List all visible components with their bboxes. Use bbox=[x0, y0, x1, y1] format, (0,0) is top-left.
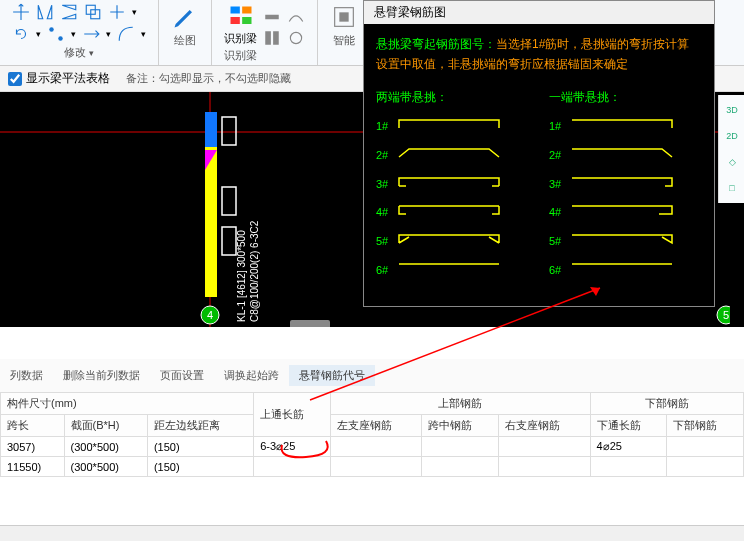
svg-rect-4 bbox=[230, 7, 239, 14]
stretch-icon[interactable] bbox=[82, 25, 100, 43]
svg-rect-19 bbox=[222, 227, 236, 255]
th-section: 截面(B*H) bbox=[64, 415, 147, 437]
th-group-dim: 构件尺寸(mm) bbox=[1, 393, 254, 415]
svg-rect-18 bbox=[222, 187, 236, 215]
rebar-left-4: 4# bbox=[376, 203, 529, 222]
dropdown-icon[interactable]: ▾ bbox=[106, 29, 111, 39]
small-icon-4[interactable] bbox=[287, 29, 305, 47]
move-icon[interactable] bbox=[12, 3, 30, 21]
svg-rect-9 bbox=[265, 31, 271, 45]
small-icon-3[interactable] bbox=[263, 29, 281, 47]
mirror-v-icon[interactable] bbox=[60, 3, 78, 21]
draw-group: 绘图 bbox=[159, 0, 212, 65]
rebar-right-2: 2# bbox=[549, 146, 702, 165]
mirror-h-icon[interactable] bbox=[36, 3, 54, 21]
beam-data-table: 构件尺寸(mm) 上通长筋 上部钢筋 下部钢筋 跨长 截面(B*H) 距左边线距… bbox=[0, 392, 744, 477]
tabs-bar: 列数据 删除当前列数据 页面设置 调换起始跨 悬臂钢筋代号 bbox=[0, 359, 744, 392]
node-4: 4 bbox=[207, 309, 213, 321]
svg-rect-5 bbox=[242, 7, 251, 14]
svg-rect-10 bbox=[273, 31, 279, 45]
modify-group: ▾ ▾ ▾ ▾ ▾ 修改 ▾ bbox=[0, 0, 159, 65]
right-col-title: 一端带悬挑： bbox=[549, 87, 702, 107]
rebar-tooltip-popup: 悬臂梁钢筋图 悬挑梁弯起钢筋图号：当选择1#筋时，悬挑端的弯折按计算 设置中取值… bbox=[363, 0, 715, 307]
right-tool-3d[interactable]: 3D bbox=[721, 99, 743, 121]
checkbox-label: 显示梁平法表格 bbox=[26, 70, 110, 87]
right-tool-3[interactable]: ◇ bbox=[721, 151, 743, 173]
th-left: 左支座钢筋 bbox=[330, 415, 422, 437]
dropdown-icon[interactable]: ▾ bbox=[89, 48, 94, 58]
rebar-left-5: 5# bbox=[376, 232, 529, 251]
dropdown-icon[interactable]: ▾ bbox=[36, 29, 41, 39]
rebar-right-5: 5# bbox=[549, 232, 702, 251]
hint-text: 备注：勾选即显示，不勾选即隐藏 bbox=[126, 71, 291, 86]
th-edge: 距左边线距离 bbox=[147, 415, 253, 437]
svg-point-3 bbox=[58, 36, 63, 41]
rebar-right-6: 6# bbox=[549, 261, 702, 280]
rebar-left-3: 3# bbox=[376, 175, 529, 194]
small-icon-1[interactable] bbox=[263, 8, 281, 26]
svg-rect-17 bbox=[222, 117, 236, 145]
rebar-right-3: 3# bbox=[549, 175, 702, 194]
smart-label: 智能 bbox=[333, 33, 355, 48]
tooltip-line1b: 当选择1#筋时，悬挑端的弯折按计算 bbox=[496, 37, 689, 51]
h-scrollbar[interactable] bbox=[0, 525, 744, 541]
th-span: 跨长 bbox=[1, 415, 65, 437]
beam-label-2: C8@100/200(2) 6-3C2 bbox=[249, 220, 260, 322]
recognize-group: 识别梁 识别梁 bbox=[212, 0, 318, 65]
grip-handle[interactable] bbox=[290, 320, 330, 327]
left-col-title: 两端带悬挑： bbox=[376, 87, 529, 107]
show-table-checkbox[interactable]: 显示梁平法表格 bbox=[8, 70, 110, 87]
th-bot-full: 下通长筋 bbox=[590, 415, 667, 437]
tooltip-line2: 设置中取值，非悬挑端的弯折应根据锚固来确定 bbox=[376, 54, 702, 74]
svg-rect-16 bbox=[205, 112, 217, 147]
svg-rect-7 bbox=[242, 17, 251, 24]
recognize-group-label: 识别梁 bbox=[224, 48, 257, 63]
rebar-right-4: 4# bbox=[549, 203, 702, 222]
tooltip-line1: 悬挑梁弯起钢筋图号： bbox=[376, 37, 496, 51]
svg-point-2 bbox=[49, 27, 54, 32]
right-tool-2d[interactable]: 2D bbox=[721, 125, 743, 147]
rebar-left-6: 6# bbox=[376, 261, 529, 280]
table-row[interactable]: 3057) (300*500) (150) 6-3⌀25 4⌀25 bbox=[1, 437, 744, 457]
tab-rebar-code[interactable]: 悬臂钢筋代号 bbox=[289, 365, 375, 386]
table-row[interactable]: 11550) (300*500) (150) bbox=[1, 457, 744, 477]
pen-icon[interactable] bbox=[171, 3, 199, 31]
th-group-top: 上部钢筋 bbox=[330, 393, 590, 415]
recognize-label: 识别梁 bbox=[224, 31, 257, 46]
right-toolbar: 3D 2D ◇ □ bbox=[718, 95, 744, 203]
offset-icon[interactable] bbox=[84, 3, 102, 21]
svg-rect-8 bbox=[265, 15, 279, 20]
tab-del-col[interactable]: 删除当前列数据 bbox=[53, 365, 150, 386]
rebar-left-2: 2# bbox=[376, 146, 529, 165]
th-top-full: 上通长筋 bbox=[254, 393, 331, 437]
th-group-bot: 下部钢筋 bbox=[590, 393, 743, 415]
rebar-left-1: 1# bbox=[376, 117, 529, 136]
dropdown-icon[interactable]: ▾ bbox=[132, 7, 137, 17]
fillet-icon[interactable] bbox=[117, 25, 135, 43]
right-tool-4[interactable]: □ bbox=[721, 177, 743, 199]
tab-page-setup[interactable]: 页面设置 bbox=[150, 365, 214, 386]
recognize-beam-icon[interactable] bbox=[227, 3, 255, 31]
small-icon-2[interactable] bbox=[287, 8, 305, 26]
th-right: 右支座钢筋 bbox=[499, 415, 591, 437]
svg-rect-6 bbox=[230, 17, 239, 24]
svg-point-11 bbox=[290, 32, 301, 43]
modify-label: 修改 bbox=[64, 46, 86, 58]
draw-label: 绘图 bbox=[174, 33, 196, 48]
th-mid: 跨中钢筋 bbox=[422, 415, 499, 437]
rotate-icon[interactable] bbox=[12, 25, 30, 43]
tab-swap-span[interactable]: 调换起始跨 bbox=[214, 365, 289, 386]
explode-icon[interactable] bbox=[47, 25, 65, 43]
tab-col-data[interactable]: 列数据 bbox=[0, 365, 53, 386]
smart-icon[interactable] bbox=[330, 3, 358, 31]
beam-label-1: KL-1 [4612] 300*500 bbox=[236, 230, 247, 322]
trim-icon[interactable] bbox=[108, 3, 126, 21]
dropdown-icon[interactable]: ▾ bbox=[141, 29, 146, 39]
th-bot: 下部钢筋 bbox=[667, 415, 744, 437]
tooltip-title: 悬臂梁钢筋图 bbox=[364, 1, 714, 24]
dropdown-icon[interactable]: ▾ bbox=[71, 29, 76, 39]
node-5: 5 bbox=[723, 309, 729, 321]
rebar-right-1: 1# bbox=[549, 117, 702, 136]
show-table-input[interactable] bbox=[8, 72, 22, 86]
